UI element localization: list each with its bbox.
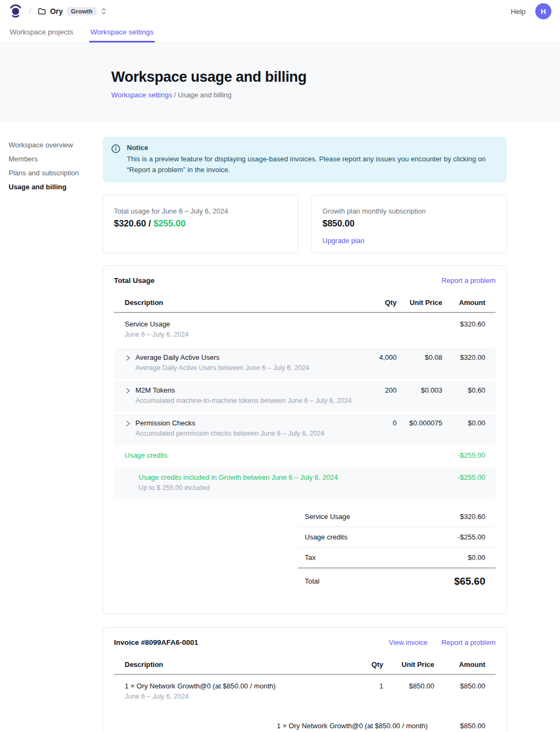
chevron-right-icon	[126, 388, 131, 394]
summary-label: Service Usage	[305, 513, 350, 521]
row-amount: $850.00	[434, 682, 485, 690]
usage-summary: Service Usage $320.60 Usage credits -$25…	[298, 507, 496, 593]
upgrade-plan-link[interactable]: Upgrade plan	[322, 237, 364, 245]
invoice-report-problem-link[interactable]: Report a problem	[442, 638, 496, 646]
summary-row-total: Total $65.60	[298, 568, 496, 593]
workspace-switcher-chevrons-icon[interactable]	[100, 8, 107, 15]
breadcrumb: Workspace settings / Usage and billing	[111, 91, 515, 99]
col-qty: Qty	[354, 660, 383, 669]
col-unit-price: Unit Price	[397, 299, 442, 307]
breadcrumb-link[interactable]: Workspace settings	[111, 91, 172, 99]
invoice-panel: Invoice #8099AFA6-0001 View invoice Repo…	[103, 627, 507, 732]
row-qty: 200	[359, 386, 397, 394]
usage-amount-separator: /	[146, 218, 154, 228]
row-unit-price: $0.003	[397, 386, 442, 394]
sidebar-item-usage-and-billing[interactable]: Usage and billing	[9, 183, 103, 190]
row-amount: $320.00	[442, 353, 485, 361]
summary-row-usage-credits: Usage credits -$255.00	[298, 527, 496, 548]
invoice-table: Description Qty Unit Price Amount 1 × Or…	[114, 656, 496, 708]
row-title: Permission Checks	[135, 419, 325, 428]
folder-icon	[38, 7, 46, 16]
summary-total-value: $65.60	[454, 575, 485, 587]
invoice-panel-title: Invoice #8099AFA6-0001	[114, 638, 198, 646]
tab-workspace-settings[interactable]: Workspace settings	[89, 23, 155, 42]
subscription-card-label: Growth plan monthly subscription	[322, 207, 496, 215]
usage-table-header: Description Qty Unit Price Amount	[114, 294, 496, 313]
avatar[interactable]: H	[535, 3, 551, 19]
row-unit-price: $0.08	[397, 353, 442, 361]
row-qty: 0	[359, 419, 397, 427]
row-amount: $320.60	[442, 320, 485, 328]
topbar: / Ory Growth Help H	[0, 0, 560, 23]
col-qty: Qty	[359, 299, 397, 307]
sidebar-item-plans-and-subscription[interactable]: Plans and subscription	[9, 169, 103, 176]
row-subtitle: Accumulated permission checks between Ju…	[135, 430, 325, 438]
invoice-summary: 1 × Ory Network Growth@0 (at $850.00 / m…	[270, 716, 496, 732]
help-link[interactable]: Help	[511, 8, 526, 16]
usage-panel-title: Total Usage	[114, 276, 155, 285]
table-row-usage-credits: Usage credits -$255.00	[114, 445, 496, 466]
notice-body: This is a preview feature for displaying…	[127, 154, 498, 175]
total-usage-card-value: $320.60 / $255.00	[114, 218, 287, 229]
row-title: Average Daily Active Users	[135, 353, 310, 362]
row-qty: 4,000	[359, 353, 397, 361]
summary-label: Total	[305, 577, 319, 585]
breadcrumb-separator: /	[29, 7, 31, 16]
workspace-switcher[interactable]: Ory Growth	[38, 7, 107, 16]
usage-table: Description Qty Unit Price Amount Servic…	[114, 294, 496, 499]
usage-used-amount: $320.60	[114, 218, 146, 228]
page-header: Workspace usage and billing Workspace se…	[0, 43, 560, 122]
row-subtitle: Accumulated machine-to-machine tokens be…	[135, 397, 351, 406]
row-amount: $0.00	[442, 419, 485, 427]
summary-value: $850.00	[460, 722, 485, 730]
row-title: M2M Tokens	[135, 386, 351, 395]
view-invoice-link[interactable]: View invoice	[389, 638, 428, 646]
plan-badge: Growth	[67, 7, 97, 16]
expand-row-button[interactable]	[125, 388, 131, 394]
summary-row-tax: Tax $0.00	[298, 548, 496, 568]
row-title: Usage credits	[125, 451, 359, 460]
breadcrumb-current: Usage and billing	[178, 91, 232, 99]
table-row-service-usage: Service Usage June 6 – July 6, 2024 $320…	[114, 313, 496, 346]
total-usage-card: Total usage for June 6 – July 6, 2024 $3…	[103, 195, 298, 253]
subscription-card: Growth plan monthly subscription $850.00…	[311, 195, 507, 253]
summary-label: Usage credits	[305, 533, 347, 541]
row-amount: -$255.00	[442, 473, 485, 481]
chevron-right-icon	[126, 421, 131, 427]
row-subtitle: June 6 – July 6, 2024	[125, 693, 354, 701]
notice-title: Notice	[127, 144, 498, 152]
breadcrumb-separator: /	[174, 91, 178, 99]
row-subtitle: Up to $ 255.00 included	[139, 484, 359, 493]
table-row-m2m-tokens: M2M Tokens Accumulated machine-to-machin…	[114, 381, 496, 412]
sidebar-item-members[interactable]: Members	[9, 155, 103, 162]
subscription-card-value: $850.00	[322, 218, 496, 229]
usage-report-problem-link[interactable]: Report a problem	[442, 276, 496, 285]
col-description: Description	[125, 299, 359, 307]
table-row-invoice-line: 1 × Ory Network Growth@0 (at $850.00 / m…	[114, 675, 496, 708]
row-subtitle: Average Daily Active Users between June …	[135, 364, 310, 373]
table-row-permission-checks: Permission Checks Accumulated permission…	[114, 414, 496, 445]
expand-row-button[interactable]	[125, 355, 131, 361]
row-unit-price: $850.00	[383, 682, 434, 690]
ory-logo-icon[interactable]	[9, 4, 23, 18]
col-description: Description	[125, 660, 354, 669]
invoice-table-header: Description Qty Unit Price Amount	[114, 656, 496, 675]
row-title: Usage credits included in Growth between…	[139, 473, 359, 482]
col-amount: Amount	[442, 299, 485, 307]
notice-banner: Notice This is a preview feature for dis…	[103, 137, 507, 182]
info-icon	[111, 144, 120, 153]
col-unit-price: Unit Price	[383, 660, 434, 669]
total-usage-panel: Total Usage Report a problem Description…	[103, 265, 507, 614]
chevron-right-icon	[126, 355, 131, 361]
settings-sidebar: Workspace overview Members Plans and sub…	[0, 122, 103, 732]
tab-workspace-projects[interactable]: Workspace projects	[9, 23, 74, 42]
summary-row-service-usage: Service Usage $320.60	[298, 507, 496, 527]
expand-row-button[interactable]	[125, 421, 131, 427]
table-row-average-daily-active-users: Average Daily Active Users Average Daily…	[114, 348, 496, 379]
summary-value: $0.00	[468, 553, 485, 562]
sidebar-item-workspace-overview[interactable]: Workspace overview	[9, 141, 103, 148]
summary-label: 1 × Ory Network Growth@0 (at $850.00 / m…	[277, 722, 428, 730]
workspace-name: Ory	[50, 7, 63, 16]
page-title: Workspace usage and billing	[111, 69, 515, 86]
tab-bar: Workspace projects Workspace settings	[0, 23, 560, 43]
